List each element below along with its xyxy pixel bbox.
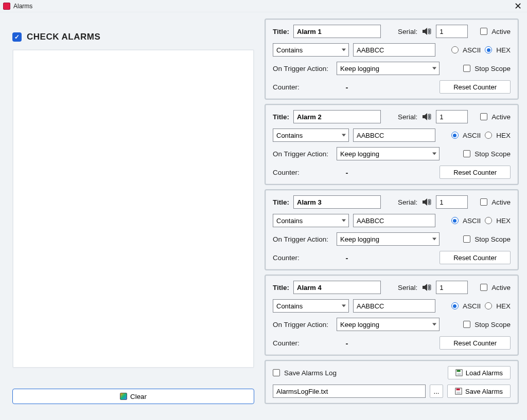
title-label: Title: [273,284,289,291]
save-icon [455,388,462,395]
pattern-input[interactable] [353,299,435,313]
trigger-label: On Trigger Action: [273,65,332,72]
stop-scope-checkbox[interactable] [463,235,470,243]
pattern-input[interactable] [353,43,435,57]
alarms-log-output[interactable] [12,49,254,368]
svg-rect-3 [429,115,430,118]
check-alarms-label: CHECK ALARMS [27,32,100,42]
ascii-radio[interactable] [451,132,459,139]
ascii-radio[interactable] [451,46,459,53]
counter-label: Counter: [273,339,332,347]
pattern-input[interactable] [353,129,435,142]
stop-scope-checkbox[interactable] [463,321,470,328]
pattern-input[interactable] [353,214,435,227]
counter-value: - [337,83,357,92]
title-label: Title: [273,113,289,121]
svg-rect-13 [457,392,461,394]
counter-value: - [337,168,357,177]
hex-radio[interactable] [485,46,492,53]
trigger-label: On Trigger Action: [273,321,332,328]
sound-icon[interactable] [421,198,432,206]
active-label: Active [491,198,511,206]
counter-label: Counter: [273,83,332,91]
trigger-action-select[interactable]: Keep logging [337,318,440,331]
active-label: Active [491,28,511,35]
trigger-action-select[interactable]: Keep logging [337,232,440,246]
stop-scope-label: Stop Scope [475,65,511,72]
left-column: ✓ CHECK ALARMS Clear [12,19,254,404]
serial-input[interactable] [436,281,468,294]
stop-scope-label: Stop Scope [475,321,511,328]
load-icon [455,369,463,376]
contains-select[interactable]: Contains [273,129,349,142]
alarm-panel-3: Title:Serial:ActiveContainsASCIIHEXOn Tr… [265,189,519,270]
hex-label: HEX [496,217,511,225]
ascii-label: ASCII [463,46,481,54]
stop-scope-label: Stop Scope [475,150,511,158]
save-panel: Save Alarms Log Load Alarms ... [265,360,519,404]
hex-radio[interactable] [485,132,492,139]
serial-input[interactable] [436,195,468,209]
load-alarms-button[interactable]: Load Alarms [448,366,511,379]
reset-counter-button[interactable]: Reset Counter [440,80,511,94]
title-bar: Alarms ✕ [0,0,527,12]
counter-label: Counter: [273,169,332,176]
active-checkbox[interactable] [480,284,487,291]
serial-input[interactable] [436,110,468,123]
svg-rect-7 [429,286,430,289]
sound-icon[interactable] [421,113,432,121]
trigger-action-select[interactable]: Keep logging [337,62,440,75]
contains-select[interactable]: Contains [273,214,349,227]
active-checkbox[interactable] [480,198,487,206]
hex-radio[interactable] [485,217,492,224]
ascii-label: ASCII [463,217,481,225]
alarm-title-input[interactable] [293,25,381,38]
log-file-input[interactable] [273,385,426,398]
reset-counter-button[interactable]: Reset Counter [440,251,511,264]
alarm-title-input[interactable] [293,110,381,123]
window-title: Alarms [13,3,32,10]
alarm-panel-4: Title:Serial:ActiveContainsASCIIHEXOn Tr… [265,275,519,356]
save-alarms-log-toggle[interactable]: Save Alarms Log [273,369,337,377]
active-checkbox[interactable] [480,113,487,120]
stop-scope-checkbox[interactable] [463,150,470,157]
contains-select[interactable]: Contains [273,43,349,57]
active-checkbox[interactable] [480,28,487,35]
contains-select[interactable]: Contains [273,299,349,313]
hex-label: HEX [496,302,511,310]
save-alarms-button[interactable]: Save Alarms [447,385,511,398]
serial-label: Serial: [398,28,417,35]
content: ✓ CHECK ALARMS Clear Title:Serial:Active… [0,12,527,414]
sound-icon[interactable] [421,27,432,35]
trigger-action-select[interactable]: Keep logging [337,147,440,160]
serial-input[interactable] [436,25,468,38]
serial-label: Serial: [398,198,417,206]
save-alarms-log-checkbox[interactable] [273,369,280,376]
ascii-radio[interactable] [451,217,459,224]
reset-counter-button[interactable]: Reset Counter [440,336,511,350]
counter-label: Counter: [273,254,332,262]
sound-icon[interactable] [421,283,432,291]
svg-rect-10 [457,373,461,375]
ascii-label: ASCII [463,132,481,139]
counter-value: - [337,253,357,262]
alarm-panel-1: Title:Serial:ActiveContainsASCIIHEXOn Tr… [265,19,519,100]
clear-button-label: Clear [130,393,147,400]
svg-rect-12 [456,389,460,391]
load-alarms-label: Load Alarms [466,369,503,377]
title-label: Title: [273,198,289,206]
alarm-title-input[interactable] [293,195,381,209]
clear-button[interactable]: Clear [12,389,254,404]
hex-radio[interactable] [485,302,492,309]
active-label: Active [491,284,511,291]
check-alarms-checkbox[interactable]: ✓ [12,32,22,42]
alarm-title-input[interactable] [293,281,381,294]
close-button[interactable]: ✕ [512,2,524,11]
ascii-radio[interactable] [451,302,459,309]
browse-log-file-button[interactable]: ... [430,385,443,398]
check-alarms-header: ✓ CHECK ALARMS [12,32,254,42]
reset-counter-button[interactable]: Reset Counter [440,166,511,179]
serial-label: Serial: [398,284,417,291]
stop-scope-checkbox[interactable] [463,65,470,72]
svg-rect-5 [429,200,430,204]
